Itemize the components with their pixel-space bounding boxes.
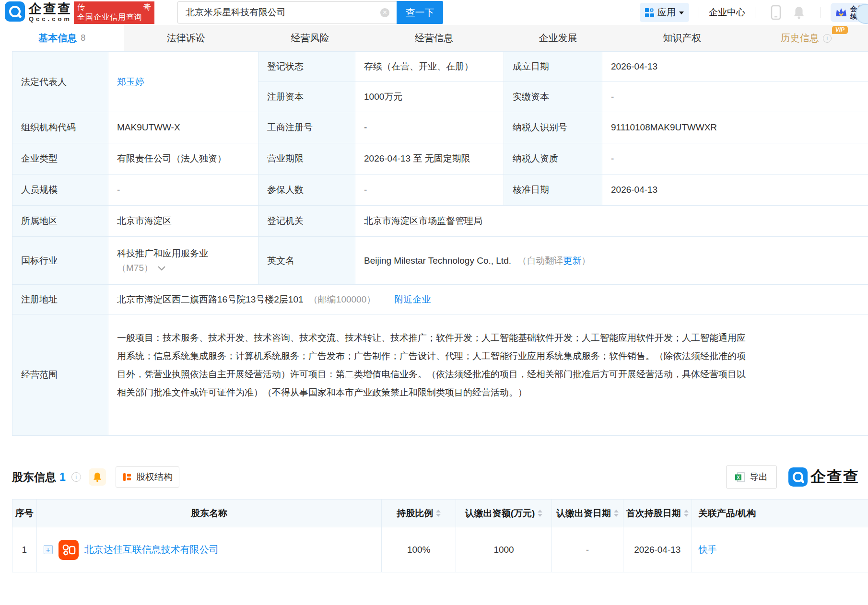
field-value-reg-authority: 北京市海淀区市场监督管理局 <box>355 206 868 237</box>
tab-intellectual-property[interactable]: 知识产权 <box>620 25 744 51</box>
field-value-address: 北京市海淀区西二旗西路16号院13号楼2层101 （邮编100000） 附近企业 <box>108 285 868 314</box>
shareholders-table: 序号 股东名称 持股比例 认缴出资额(万元) 认缴出资日期 <box>12 499 868 572</box>
alert-bell-icon <box>93 472 102 482</box>
tab-operation-info[interactable]: 经营信息 <box>372 25 496 51</box>
slogan-line2: 全国企业信用查询 <box>77 12 151 22</box>
qcc-watermark-icon <box>788 467 808 487</box>
col-header-ratio[interactable]: 持股比例 <box>382 500 456 527</box>
en-name-update-link[interactable]: 更新 <box>563 256 581 266</box>
qcc-logo[interactable]: 企查查 Qcc.com 传 奇 全国企业信用查询 <box>5 1 154 24</box>
export-button[interactable]: X 导出 <box>726 465 777 489</box>
field-value-insured-count: - <box>355 175 504 206</box>
equity-structure-label: 股权结构 <box>136 471 173 483</box>
field-value-biz-term: 2026-04-13 至 无固定期限 <box>355 143 504 175</box>
field-label-biz-reg-no: 工商注册号 <box>258 112 355 143</box>
shareholder-product-cell: 快手 <box>692 527 868 572</box>
nav-apps[interactable]: 应用 <box>640 3 689 22</box>
field-value-en-name: Beijing Milestar Technology Co., Ltd. （自… <box>355 237 868 285</box>
vip-badge: VIP <box>832 26 848 34</box>
tab-operation-risk[interactable]: 经营风险 <box>248 25 372 51</box>
col-header-no: 序号 <box>12 500 37 527</box>
sort-icon[interactable] <box>538 510 542 517</box>
tab-history-info[interactable]: 历史信息 VIP i <box>744 25 868 51</box>
field-value-approval-date: 2026-04-13 <box>602 175 868 206</box>
legal-rep-link[interactable]: 郑玉婷 <box>117 77 144 87</box>
shareholder-pay-date: - <box>551 527 623 572</box>
field-label-region: 所属地区 <box>12 206 108 237</box>
field-value-taxpayer-qual: - <box>602 143 868 175</box>
nearby-companies-link[interactable]: 附近企业 <box>395 294 431 304</box>
tab-operation-info-label: 经营信息 <box>415 32 453 45</box>
info-icon: i <box>823 34 832 43</box>
col-header-product: 关联产品/机构 <box>692 500 868 527</box>
search-button[interactable]: 查一下 <box>397 1 443 24</box>
excel-icon: X <box>735 472 745 482</box>
related-product-link[interactable]: 快手 <box>699 545 717 555</box>
nav-divider <box>821 7 821 18</box>
notifications-button[interactable] <box>793 6 805 19</box>
tab-basic-info-count: 8 <box>81 33 85 43</box>
field-label-est-date: 成立日期 <box>504 52 602 82</box>
sort-icon[interactable] <box>436 510 441 517</box>
clear-search-icon[interactable]: ✕ <box>380 8 389 17</box>
equity-structure-icon <box>122 472 132 482</box>
tab-development-label: 企业发展 <box>539 32 577 45</box>
tab-operation-risk-label: 经营风险 <box>291 32 329 45</box>
shareholders-title: 股东信息 <box>12 470 56 485</box>
address-zip: （邮编100000） <box>309 294 375 304</box>
qcc-logo-text: 企查查 Qcc.com <box>29 1 72 23</box>
brand-domain: Qcc.com <box>29 16 72 23</box>
field-label-paid-capital: 实缴资本 <box>504 82 602 112</box>
shareholder-no: 1 <box>12 527 37 572</box>
mobile-app-button[interactable] <box>771 5 781 20</box>
company-tabs: 基本信息 8 法律诉讼 经营风险 经营信息 企业发展 知识产权 历史信息 VIP… <box>0 25 868 51</box>
field-label-address: 注册地址 <box>12 285 108 314</box>
tab-development[interactable]: 企业发展 <box>496 25 620 51</box>
top-bar: 企查查 Qcc.com 传 奇 全国企业信用查询 ✕ 查一下 应用 <box>0 0 868 25</box>
shareholder-amount: 1000 <box>456 527 552 572</box>
field-value-taxpayer-id: 91110108MAK9UTWWXR <box>602 112 868 143</box>
shareholder-name-cell: + 北京达佳互联信息技术有限公司 <box>36 527 382 572</box>
tab-legal[interactable]: 法律诉讼 <box>124 25 248 51</box>
sort-icon[interactable] <box>684 510 689 517</box>
col-header-name: 股东名称 <box>36 500 382 527</box>
shareholder-row: 1 + 北京达佳互联信息技术有限公司 100% 1000 - <box>12 527 868 572</box>
monitor-bell-button[interactable] <box>89 468 106 486</box>
equity-structure-button[interactable]: 股权结构 <box>116 466 179 488</box>
field-value-est-date: 2026-04-13 <box>602 52 868 82</box>
industry-code: （M75） <box>117 262 153 274</box>
col-header-amount[interactable]: 认缴出资额(万元) <box>456 500 552 527</box>
slogan-char-right: 奇 <box>143 2 151 12</box>
field-value-scope: 一般项目：技术服务、技术开发、技术咨询、技术交流、技术转让、技术推广；软件开发；… <box>108 314 868 436</box>
sort-icon[interactable] <box>614 510 619 517</box>
col-header-pay-date[interactable]: 认缴出资日期 <box>551 500 623 527</box>
expand-plus-icon[interactable]: + <box>44 545 53 554</box>
shareholder-first-date: 2026-04-13 <box>623 527 692 572</box>
slogan-char-left: 传 <box>77 2 85 12</box>
kuaishou-logo <box>59 540 79 560</box>
col-header-first-date-label: 首次持股日期 <box>626 507 681 520</box>
industry-code-row[interactable]: （M75） <box>117 262 252 274</box>
en-name-note: （自动翻译 <box>517 256 563 266</box>
col-header-pay-date-label: 认缴出资日期 <box>556 507 611 520</box>
field-label-insured-count: 参保人数 <box>258 175 355 206</box>
tab-basic-info[interactable]: 基本信息 8 <box>0 25 124 51</box>
business-scope-text: 一般项目：技术服务、技术开发、技术咨询、技术交流、技术转让、技术推广；软件开发；… <box>117 314 750 435</box>
phone-icon <box>771 5 781 20</box>
col-header-first-date[interactable]: 首次持股日期 <box>623 500 692 527</box>
export-label: 导出 <box>750 471 768 483</box>
apps-grid-icon <box>645 8 654 17</box>
en-name-note-end: ） <box>581 256 590 266</box>
search-input[interactable] <box>177 1 397 23</box>
search-bar: ✕ 查一下 <box>177 1 443 24</box>
basic-info-table: 法定代表人 郑玉婷 登记状态 存续（在营、开业、在册） 成立日期 2026-04… <box>12 51 868 436</box>
crown-icon <box>835 7 847 18</box>
field-label-approval-date: 核准日期 <box>504 175 602 206</box>
shareholder-name-link[interactable]: 北京达佳互联信息技术有限公司 <box>84 543 219 556</box>
nav-enterprise-center[interactable]: 企业中心 <box>709 6 745 19</box>
nav-apps-label: 应用 <box>657 6 676 19</box>
field-label-reg-status: 登记状态 <box>258 52 355 82</box>
qcc-watermark: 企查查 <box>788 466 859 488</box>
tab-legal-label: 法律诉讼 <box>167 32 205 45</box>
tab-intellectual-property-label: 知识产权 <box>663 32 701 45</box>
